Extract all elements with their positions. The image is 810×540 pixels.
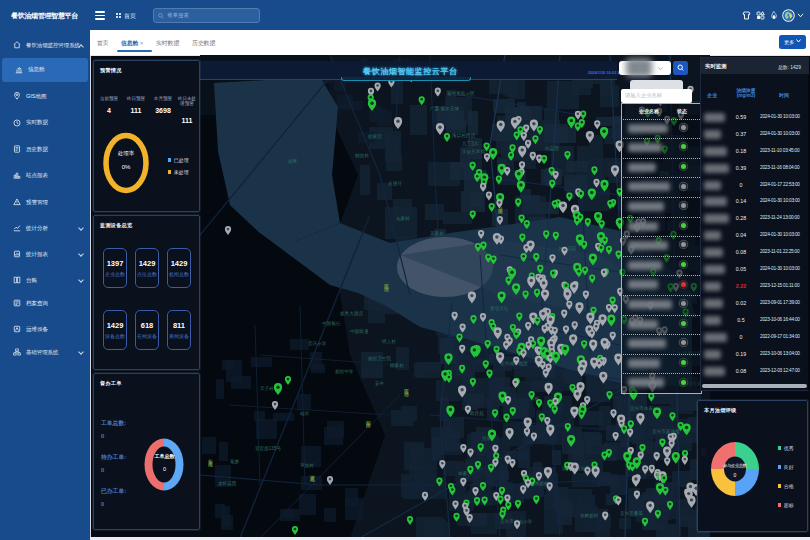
svg-text:新街卫生院: 新街卫生院 — [368, 355, 391, 362]
svg-text:欧丹苑: 欧丹苑 — [470, 410, 484, 417]
svg-text:朱家: 朱家 — [458, 471, 468, 476]
svg-text:安件: 安件 — [375, 381, 385, 386]
svg-text:宜兴市叠翠: 宜兴市叠翠 — [620, 511, 643, 516]
svg-text:中国联通: 中国联通 — [350, 328, 369, 335]
svg-text:圣沃小学: 圣沃小学 — [308, 341, 327, 346]
svg-text:九三]]大: 九三]]大 — [462, 141, 479, 146]
svg-text:中国银行: 中国银行 — [322, 320, 341, 327]
svg-text:广厦 紫水玉城: 广厦 紫水玉城 — [430, 105, 459, 112]
svg-text:天子岭: 天子岭 — [260, 386, 274, 391]
svg-text:香迎天坛: 香迎天坛 — [490, 305, 509, 312]
svg-text:东鹤新村: 东鹤新村 — [580, 512, 599, 519]
svg-text:宜官路135号: 宜官路135号 — [255, 446, 281, 451]
svg-text:水浸圩: 水浸圩 — [388, 180, 402, 186]
